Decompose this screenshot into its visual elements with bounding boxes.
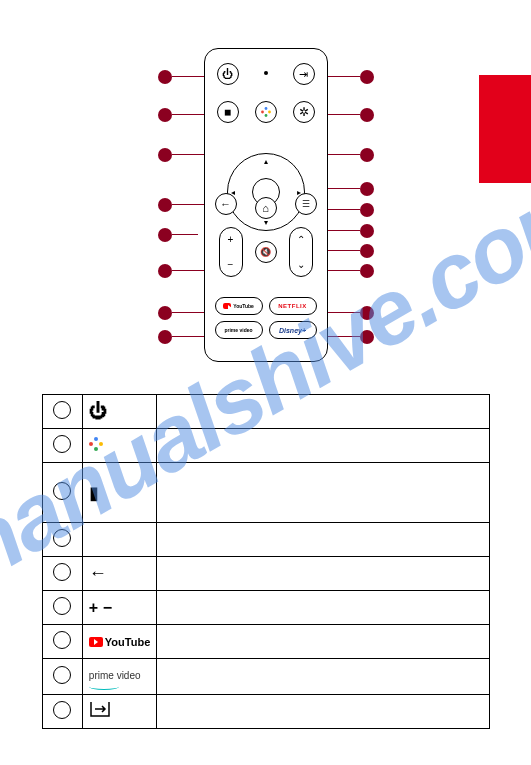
youtube-text: YouTube [105,636,150,648]
back-icon: ← [82,557,156,591]
callout-dot [158,306,172,320]
table-row [43,523,490,557]
row-desc [157,591,490,625]
row-desc [157,523,490,557]
callout-dot [360,70,374,84]
row-desc [157,463,490,523]
callout-dot [158,108,172,122]
vol-up-icon: + [228,234,234,245]
callout-line [326,230,360,231]
callout-dot [360,264,374,278]
table-row: ← [43,557,490,591]
ch-down-icon: ⌄ [297,259,305,270]
callout-dot [360,182,374,196]
row-number-icon [53,631,71,649]
bookmark-button-icon: ◼ [217,101,239,123]
power-button-icon: ⏻ [217,63,239,85]
ch-up-icon: ⌃ [297,234,305,245]
callout-dot [158,264,172,278]
volume-rocker-icon: + − [219,227,243,277]
row-desc [157,557,490,591]
settings-button-icon: ✲ [293,101,315,123]
mute-button-icon: 🔇 [255,241,277,263]
callout-dot [360,224,374,238]
disney-label: Disney+ [279,327,306,334]
input-icon [82,695,156,729]
callout-dot [360,306,374,320]
row-number-icon [53,597,71,615]
table-row: prime video [43,659,490,695]
page-tab [479,75,531,183]
callout-dot [158,330,172,344]
row-number-icon [53,435,71,453]
primevideo-label: prime video [224,327,252,333]
callout-dot [158,228,172,242]
row-desc [157,659,490,695]
row-number-icon [53,701,71,719]
bookmark-icon: ▮ [82,463,156,523]
callout-dot [360,203,374,217]
callout-dot [158,148,172,162]
callout-dot [360,244,374,258]
row-desc [157,695,490,729]
back-button-icon: ← [215,193,237,215]
callout-dot [360,330,374,344]
led-dot [264,71,268,75]
blank-icon [82,523,156,557]
power-icon: ⏻ [82,395,156,429]
callout-dot [158,70,172,84]
assistant-icon [82,429,156,463]
callout-dot [360,148,374,162]
disney-button: Disney+ [269,321,317,339]
table-row: YouTube [43,625,490,659]
callout-line [172,234,198,235]
guide-button-icon: ☰ [295,193,317,215]
remote-body: ⏻ ⇥ ◼ ✲ ▴ ▾ ◂ ▸ ← ⌂ ☰ + − 🔇 ⌃ [204,48,328,362]
channel-rocker-icon: ⌃ ⌄ [289,227,313,277]
row-desc [157,395,490,429]
callout-dot [158,198,172,212]
table-row: ▮ [43,463,490,523]
row-number-icon [53,666,71,684]
table-row [43,429,490,463]
row-number-icon [53,563,71,581]
vol-down-icon: − [228,259,234,270]
row-number-icon [53,401,71,419]
youtube-icon: YouTube [82,625,156,659]
button-reference-table: ⏻ ▮ ← + − YouTube prime vid [42,394,490,729]
table-row: + − [43,591,490,625]
callout-line [326,154,360,155]
assistant-button-icon [255,101,277,123]
netflix-button: NETFLIX [269,297,317,315]
row-number-icon [53,529,71,547]
primevideo-icon: prime video [82,659,156,695]
row-desc [157,625,490,659]
row-desc [157,429,490,463]
table-row [43,695,490,729]
row-number-icon [53,482,71,500]
youtube-button: YouTube [215,297,263,315]
callout-dot [360,108,374,122]
table-row: ⏻ [43,395,490,429]
plusminus-icon: + − [82,591,156,625]
input-button-icon: ⇥ [293,63,315,85]
input-svg-icon [89,700,111,718]
dpad: ▴ ▾ ◂ ▸ [227,153,305,231]
home-button-icon: ⌂ [255,197,277,219]
primevideo-button: prime video [215,321,263,339]
netflix-label: NETFLIX [278,303,307,309]
youtube-label: YouTube [233,303,254,309]
remote-diagram: ⏻ ⇥ ◼ ✲ ▴ ▾ ◂ ▸ ← ⌂ ☰ + − 🔇 ⌃ [126,48,406,368]
